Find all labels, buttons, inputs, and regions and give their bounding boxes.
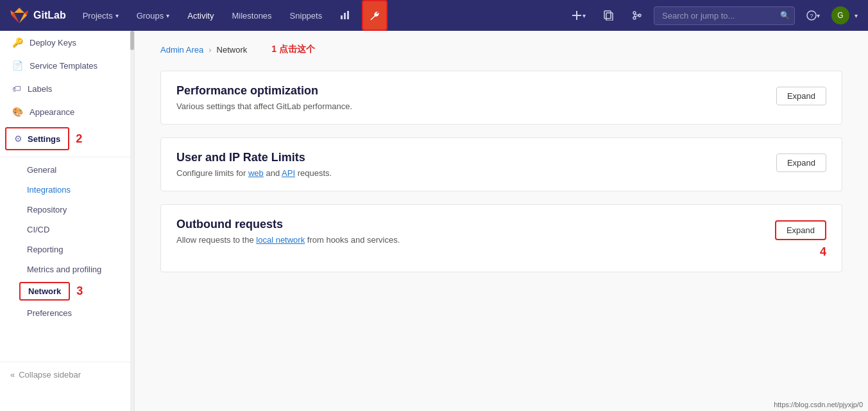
svg-rect-6 bbox=[604, 11, 611, 19]
nav-projects[interactable]: Projects ▾ bbox=[76, 0, 125, 31]
performance-body: Performance optimization Various setting… bbox=[176, 84, 352, 111]
nav-milestones[interactable]: Milestones bbox=[225, 0, 278, 31]
sidebar-sub-reporting[interactable]: Reporting bbox=[0, 240, 134, 259]
search-input[interactable] bbox=[654, 6, 795, 25]
sidebar-item-service-templates[interactable]: 📄 Service Templates bbox=[0, 54, 134, 77]
annotation-4: 4 bbox=[820, 245, 826, 259]
merge-icon-btn[interactable] bbox=[625, 0, 649, 31]
local-network-link[interactable]: local network bbox=[256, 235, 305, 245]
scrollbar-thumb bbox=[130, 31, 134, 50]
annotation-2: 2 bbox=[76, 132, 82, 146]
svg-rect-5 bbox=[606, 13, 613, 21]
admin-wrench-btn[interactable] bbox=[362, 0, 387, 31]
svg-point-7 bbox=[633, 12, 636, 14]
main-content: Admin Area › Network 1 点击这个 Performance … bbox=[135, 31, 868, 411]
sidebar-item-appearance[interactable]: 🎨 Appearance bbox=[0, 100, 134, 123]
breadcrumb-admin-link[interactable]: Admin Area bbox=[160, 45, 203, 55]
chevron-down-icon: ▾ bbox=[166, 12, 169, 19]
annotation-1: 1 点击这个 bbox=[271, 44, 315, 55]
svg-point-8 bbox=[633, 17, 636, 19]
outbound-desc: Allow requests to the local network from… bbox=[176, 235, 400, 245]
sidebar-item-settings[interactable]: ⚙ Settings bbox=[5, 127, 69, 150]
sidebar-sub-general[interactable]: General bbox=[0, 160, 134, 180]
copy-icon-btn[interactable] bbox=[597, 0, 620, 31]
rate-limits-body: User and IP Rate Limits Configure limits… bbox=[176, 151, 332, 178]
search-icon: 🔍 bbox=[780, 11, 790, 20]
main-layout: 🔑 Deploy Keys 📄 Service Templates 🏷 Labe… bbox=[0, 31, 868, 411]
collapse-icon: « bbox=[10, 370, 15, 380]
annotation-3: 3 bbox=[76, 284, 83, 298]
sidebar-sub-repository[interactable]: Repository bbox=[0, 200, 134, 220]
sidebar-divider bbox=[0, 157, 134, 157]
chevron-down-icon: ▾ bbox=[115, 12, 119, 19]
sidebar-sub-cicd[interactable]: CI/CD bbox=[0, 220, 134, 240]
breadcrumb-separator: › bbox=[208, 45, 211, 55]
svg-rect-2 bbox=[347, 11, 349, 19]
performance-desc: Various settings that affect GitLab perf… bbox=[176, 101, 352, 111]
outbound-section: Outbound requests Allow requests to the … bbox=[160, 204, 842, 272]
appearance-icon: 🎨 bbox=[12, 107, 23, 117]
collapse-sidebar-btn[interactable]: « Collapse sidebar bbox=[0, 362, 134, 387]
performance-expand-btn[interactable]: Expand bbox=[776, 87, 826, 105]
rate-limits-expand-btn[interactable]: Expand bbox=[776, 153, 826, 172]
rate-limits-section: User and IP Rate Limits Configure limits… bbox=[160, 137, 842, 191]
scrollbar-track[interactable] bbox=[130, 31, 134, 411]
sidebar-sub-network-wrapper: Network 3 bbox=[0, 279, 134, 303]
graph-icon-btn[interactable] bbox=[334, 0, 357, 31]
outbound-title: Outbound requests bbox=[176, 218, 400, 231]
svg-text:?: ? bbox=[810, 13, 813, 19]
gitlab-logo[interactable]: GitLab bbox=[10, 6, 66, 24]
sidebar: 🔑 Deploy Keys 📄 Service Templates 🏷 Labe… bbox=[0, 31, 135, 411]
nav-snippets[interactable]: Snippets bbox=[284, 0, 329, 31]
sidebar-sub-metrics[interactable]: Metrics and profiling bbox=[0, 259, 134, 279]
performance-title: Performance optimization bbox=[176, 84, 352, 98]
breadcrumb: Admin Area › Network 1 点击这个 bbox=[160, 44, 842, 55]
gear-icon: ⚙ bbox=[14, 134, 22, 144]
sidebar-sub-integrations[interactable]: Integrations bbox=[0, 180, 134, 200]
top-navigation: GitLab Projects ▾ Groups ▾ Activity Mile… bbox=[0, 0, 868, 31]
nav-groups[interactable]: Groups ▾ bbox=[130, 0, 176, 31]
avatar[interactable]: G bbox=[831, 6, 849, 24]
help-btn[interactable]: ? ▾ bbox=[800, 0, 826, 31]
sidebar-item-labels[interactable]: 🏷 Labels bbox=[0, 77, 134, 100]
plus-chevron-icon: ▾ bbox=[583, 12, 586, 19]
sidebar-item-deploy-keys[interactable]: 🔑 Deploy Keys bbox=[0, 31, 134, 54]
outbound-body: Outbound requests Allow requests to the … bbox=[176, 218, 400, 245]
brand-name: GitLab bbox=[33, 10, 66, 21]
sidebar-sub-network[interactable]: Network bbox=[19, 282, 70, 301]
avatar-chevron-icon: ▾ bbox=[855, 12, 858, 19]
svg-rect-1 bbox=[344, 13, 346, 19]
outbound-expand-btn[interactable]: Expand bbox=[775, 220, 826, 240]
rate-limits-title: User and IP Rate Limits bbox=[176, 151, 332, 164]
key-icon: 🔑 bbox=[12, 37, 23, 48]
help-chevron-icon: ▾ bbox=[817, 12, 820, 19]
search-wrapper: 🔍 bbox=[654, 6, 795, 25]
create-new-btn[interactable]: ▾ bbox=[566, 0, 592, 31]
performance-section: Performance optimization Various setting… bbox=[160, 71, 842, 125]
outbound-expand-wrapper: Expand 4 bbox=[762, 218, 826, 259]
web-link[interactable]: web bbox=[248, 168, 264, 178]
rate-limits-desc: Configure limits for web and API request… bbox=[176, 168, 332, 178]
svg-rect-0 bbox=[341, 15, 343, 19]
template-icon: 📄 bbox=[12, 60, 23, 71]
label-icon: 🏷 bbox=[12, 83, 21, 94]
svg-rect-4 bbox=[572, 15, 581, 16]
sidebar-sub-preferences[interactable]: Preferences bbox=[0, 303, 134, 323]
sidebar-item-settings-wrapper: ⚙ Settings 2 bbox=[0, 123, 134, 154]
nav-activity[interactable]: Activity bbox=[181, 0, 220, 31]
api-link[interactable]: API bbox=[282, 168, 295, 178]
footer-url: https://blog.csdn.net/pjyxjp/0 bbox=[774, 401, 863, 408]
